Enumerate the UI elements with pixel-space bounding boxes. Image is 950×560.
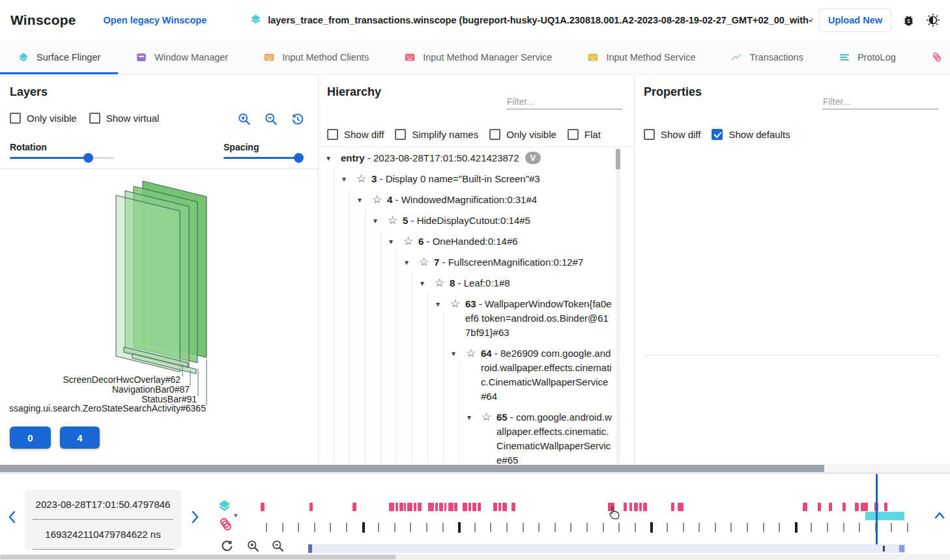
sf-trace-marker[interactable] xyxy=(629,503,632,511)
sf-trace-marker[interactable] xyxy=(454,503,457,511)
sf-trace-marker[interactable] xyxy=(353,503,356,511)
collapse-arrow-icon[interactable]: ▾ xyxy=(389,234,403,249)
tab-input-method-service[interactable]: Input Method Service xyxy=(569,40,713,74)
main-horizontal-scrollbar[interactable] xyxy=(0,464,950,473)
sf-trace-marker[interactable] xyxy=(493,503,497,511)
transaction-tick[interactable] xyxy=(314,523,315,532)
open-legacy-link[interactable]: Open legacy Winscope xyxy=(104,15,207,25)
hierarchy-filter-input[interactable] xyxy=(506,94,622,109)
transaction-tick[interactable] xyxy=(907,523,908,532)
transaction-tick[interactable] xyxy=(827,523,828,532)
sf-trace-marker[interactable] xyxy=(468,503,471,511)
bug-report-icon[interactable] xyxy=(900,12,916,28)
collapse-arrow-icon[interactable]: ▾ xyxy=(358,193,372,207)
transaction-tick[interactable] xyxy=(362,522,365,533)
theme-toggle-icon[interactable] xyxy=(925,12,941,28)
star-icon[interactable]: ☆ xyxy=(372,193,387,207)
sf-trace-marker[interactable] xyxy=(511,503,515,511)
tree-node-65[interactable]: ▾☆65 - com.google.android.wallpaper.effe… xyxy=(319,407,634,464)
transaction-tick[interactable] xyxy=(763,523,764,532)
page-scrollbar-thumb[interactable] xyxy=(0,555,396,559)
checkbox-only-visible[interactable]: Only visible xyxy=(10,113,77,124)
sf-trace-marker[interactable] xyxy=(439,503,443,511)
tab-protolog[interactable]: ProtoLog xyxy=(821,40,914,74)
tab-window-manager[interactable]: Window Manager xyxy=(118,40,246,74)
checkbox-box[interactable] xyxy=(395,129,406,140)
transaction-tick[interactable] xyxy=(843,523,844,532)
checkbox-box[interactable] xyxy=(89,113,100,124)
tab-transactions[interactable]: Transactions xyxy=(713,40,820,74)
checkbox-show-diff[interactable]: Show diff xyxy=(644,129,700,140)
transaction-tick[interactable] xyxy=(891,523,892,532)
reset-view-icon[interactable] xyxy=(291,112,305,126)
transaction-tick[interactable] xyxy=(650,522,653,533)
sf-trace-marker[interactable] xyxy=(678,503,684,511)
sf-trace-marker[interactable] xyxy=(448,503,453,511)
zoom-in-icon[interactable] xyxy=(237,112,252,126)
tab-input-method-clients[interactable]: Input Method Clients xyxy=(246,40,386,74)
tree-node-7[interactable]: ▾☆7 - FullscreenMagnification:0:12#7 xyxy=(319,252,634,273)
sf-trace-marker[interactable] xyxy=(261,503,265,511)
properties-filter-input[interactable] xyxy=(822,94,938,109)
transaction-tick[interactable] xyxy=(618,523,620,532)
tree-node-64[interactable]: ▾☆64 - 8e26909 com.google.android.wallpa… xyxy=(319,343,634,407)
checkbox-box[interactable] xyxy=(712,129,723,140)
main-scrollbar-thumb[interactable] xyxy=(0,465,824,472)
transaction-tick[interactable] xyxy=(538,523,540,532)
sf-trace-marker[interactable] xyxy=(855,503,859,511)
sf-trace-marker[interactable] xyxy=(861,503,868,511)
transaction-tick[interactable] xyxy=(747,523,748,532)
zoom-out-icon[interactable] xyxy=(264,112,278,126)
checkbox-box[interactable] xyxy=(10,113,21,124)
transaction-tick[interactable] xyxy=(683,523,684,532)
transaction-tick[interactable] xyxy=(330,523,331,532)
collapse-arrow-icon[interactable]: ▾ xyxy=(436,297,450,311)
rotation-slider-thumb[interactable] xyxy=(83,153,93,163)
sf-trace-marker[interactable] xyxy=(478,503,481,511)
transaction-tick[interactable] xyxy=(442,523,444,532)
transaction-tick[interactable] xyxy=(346,523,347,532)
tree-node-5[interactable]: ▾☆5 - HideDisplayCutout:0:14#5 xyxy=(319,210,634,231)
sf-trace-marker[interactable] xyxy=(435,503,438,511)
timeline-zoom-range-track[interactable] xyxy=(308,544,906,553)
transaction-tick[interactable] xyxy=(378,523,379,532)
sf-trace-marker[interactable] xyxy=(463,503,467,511)
transaction-tick[interactable] xyxy=(811,523,812,532)
spacing-slider[interactable]: Spacing xyxy=(223,142,301,159)
tree-node-entry[interactable]: ▾entry - 2023-08-28T17:01:50.421423872V xyxy=(319,148,634,169)
sf-trace-marker[interactable] xyxy=(414,503,416,511)
tab-input-method-manager-service[interactable]: Input Method Manager Service xyxy=(386,40,569,74)
transaction-tick[interactable] xyxy=(667,523,668,532)
checkbox-box[interactable] xyxy=(644,129,655,140)
star-icon[interactable]: ☆ xyxy=(435,276,450,290)
checkbox-box[interactable] xyxy=(327,129,338,140)
checkbox-show-virtual[interactable]: Show virtual xyxy=(89,113,160,124)
timeline-cursor[interactable] xyxy=(876,474,878,545)
star-icon[interactable]: ☆ xyxy=(388,214,403,228)
transaction-tick[interactable] xyxy=(410,523,411,532)
collapse-arrow-icon[interactable]: ▾ xyxy=(373,214,388,228)
sf-trace-marker[interactable] xyxy=(818,503,821,511)
transaction-tick[interactable] xyxy=(506,523,508,532)
collapse-arrow-icon[interactable]: ▾ xyxy=(326,151,341,165)
transaction-tick[interactable] xyxy=(715,523,716,532)
spacing-slider-thumb[interactable] xyxy=(294,153,304,163)
collapse-arrow-icon[interactable]: ▾ xyxy=(452,346,466,361)
transaction-tick[interactable] xyxy=(523,523,524,532)
transaction-tick[interactable] xyxy=(282,523,283,532)
transaction-tick[interactable] xyxy=(795,522,798,533)
checkbox-simplify-names[interactable]: Simplify names xyxy=(395,129,478,140)
collapse-arrow-icon[interactable]: ▾ xyxy=(467,410,482,425)
transaction-tick[interactable] xyxy=(298,523,299,532)
transaction-tick[interactable] xyxy=(603,523,604,532)
checkbox-show-defaults[interactable]: Show defaults xyxy=(712,129,790,140)
display-button-0[interactable]: 0 xyxy=(10,427,51,449)
transaction-tick[interactable] xyxy=(458,522,461,533)
sf-trace-marker[interactable] xyxy=(407,503,412,511)
expand-timeline-icon[interactable] xyxy=(932,508,946,527)
timeline-selection[interactable] xyxy=(865,512,904,520)
tree-scrollbar-track[interactable] xyxy=(616,148,620,464)
sf-trace-marker[interactable] xyxy=(396,503,398,511)
sf-trace-marker[interactable] xyxy=(639,503,642,511)
tree-node-63[interactable]: ▾☆63 - WallpaperWindowToken{fa0eef6 toke… xyxy=(319,294,634,343)
